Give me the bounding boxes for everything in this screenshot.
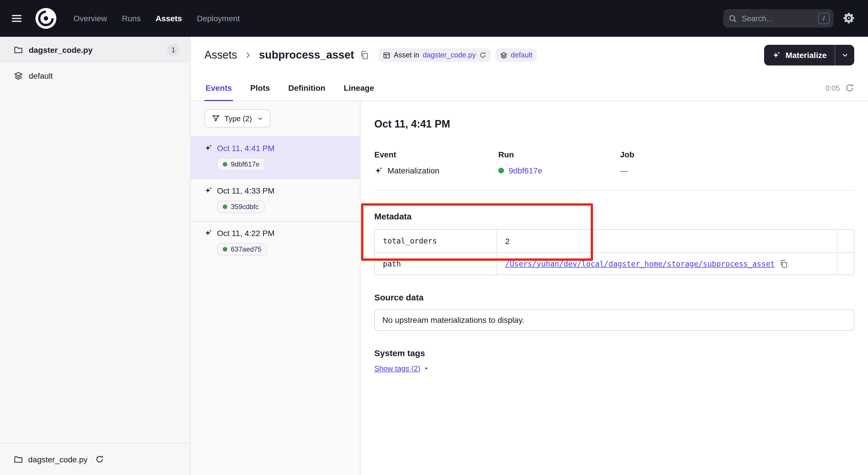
search-placeholder: Search... [742, 14, 773, 23]
run-id-link[interactable]: 9dbf617e [508, 166, 542, 175]
dagster-logo[interactable] [34, 7, 57, 30]
page-title: subprocess_asset [259, 49, 354, 61]
metadata-action-cell [838, 230, 854, 252]
chevron-down-icon [841, 51, 849, 59]
run-badge[interactable]: 9dbf617e [217, 158, 265, 171]
reload-location-icon[interactable] [95, 455, 104, 464]
show-tags-link[interactable]: Show tags (2) [374, 364, 429, 373]
refresh-icon[interactable] [845, 83, 854, 92]
footer-code-location-label: dagster_code.py [28, 455, 88, 464]
event-list-item[interactable]: Oct 11, 4:33 PM 359cdbfc [191, 179, 360, 221]
tab-definition[interactable]: Definition [287, 83, 327, 101]
event-time: Oct 11, 4:41 PM [217, 144, 274, 153]
event-time: Oct 11, 4:33 PM [217, 186, 274, 195]
copy-asset-name-icon[interactable] [360, 51, 369, 60]
metadata-table: total_orders 2 path /Users/yuhan/dev/loc… [374, 229, 854, 275]
app-window: Overview Runs Assets Deployment Search..… [0, 0, 868, 475]
sidebar-item-default-group[interactable]: default [0, 63, 190, 88]
settings-gear-icon[interactable] [843, 12, 856, 25]
tab-plots[interactable]: Plots [249, 83, 271, 101]
job-column-label: Job [620, 150, 634, 159]
metadata-key-cell: path [375, 252, 497, 274]
run-status-dot [223, 162, 227, 167]
copy-path-icon[interactable] [779, 259, 788, 268]
nav-runs[interactable]: Runs [122, 14, 141, 23]
metadata-path-link[interactable]: /Users/yuhan/dev/local/dagster_home/stor… [505, 259, 775, 268]
event-type-filter-button[interactable]: Type (2) [205, 109, 270, 127]
folder-icon [14, 45, 23, 54]
search-shortcut-key: / [818, 12, 830, 24]
materialize-split-button: Materialize [764, 45, 854, 65]
chip-group-link[interactable]: default [511, 51, 532, 59]
hamburger-menu-icon[interactable] [9, 11, 24, 26]
sidebar-group-label: default [29, 71, 53, 80]
event-detail-heading: Oct 11, 4:41 PM [374, 118, 854, 130]
run-status-dot [223, 247, 227, 251]
folder-icon [14, 455, 23, 464]
chip-asset-in-label: Asset in [394, 51, 420, 59]
system-tags-section: System tags Show tags (2) [374, 348, 854, 373]
asset-tags: Asset in dagster_code.py default [378, 48, 537, 62]
run-id: 359cdbfc [231, 203, 259, 211]
source-data-section: Source data No upstream materializations… [374, 292, 854, 331]
metadata-section: Metadata total_orders 2 path /Users/yuha… [374, 211, 854, 275]
source-data-heading: Source data [374, 292, 854, 302]
code-location-chip[interactable]: Asset in dagster_code.py [378, 48, 491, 62]
run-id: 637aed75 [231, 245, 261, 253]
job-icon [383, 51, 391, 59]
metadata-heading: Metadata [374, 211, 854, 221]
chevron-down-icon [256, 115, 264, 122]
filter-label: Type (2) [224, 114, 252, 123]
caret-down-icon [423, 365, 429, 372]
run-badge[interactable]: 637aed75 [217, 243, 267, 256]
materialization-star-icon [205, 187, 212, 195]
nav-assets[interactable]: Assets [156, 14, 182, 23]
job-value: — [620, 166, 628, 175]
materialize-button[interactable]: Materialize [764, 45, 835, 65]
main-panel: Assets subprocess_asset Asset in dagster… [191, 37, 868, 475]
sidebar-item-code-location[interactable]: dagster_code.py 1 [0, 37, 190, 63]
asset-groups-sidebar: dagster_code.py 1 default dagster_code.p… [0, 37, 191, 475]
show-tags-label: Show tags (2) [374, 364, 420, 373]
run-status-dot [498, 168, 504, 174]
divider [374, 190, 854, 191]
sidebar-footer-code-location[interactable]: dagster_code.py [0, 443, 190, 475]
nav-deployment[interactable]: Deployment [197, 14, 240, 23]
search-input[interactable]: Search... / [723, 9, 834, 28]
source-data-empty-message: No upstream materializations to display. [374, 309, 854, 331]
chip-code-location-link[interactable]: dagster_code.py [423, 51, 476, 59]
asset-group-icon [14, 71, 23, 80]
metadata-key-cell: total_orders [375, 230, 497, 252]
event-list-item[interactable]: Oct 11, 4:22 PM 637aed75 [191, 221, 360, 264]
materialize-star-icon [772, 51, 781, 59]
system-tags-heading: System tags [374, 348, 854, 358]
tab-lineage[interactable]: Lineage [342, 83, 375, 101]
run-id: 9dbf617e [231, 160, 259, 168]
materialize-label: Materialize [786, 51, 827, 60]
filter-funnel-icon [212, 114, 220, 122]
event-type-value: Materialization [388, 166, 439, 175]
asset-group-icon [500, 51, 507, 59]
materialize-dropdown-button[interactable] [835, 45, 854, 65]
nav-overview[interactable]: Overview [73, 14, 107, 23]
group-chip[interactable]: default [495, 48, 537, 62]
event-column-label: Event [374, 150, 498, 159]
breadcrumb: Assets subprocess_asset [205, 49, 369, 61]
materialization-star-icon [205, 229, 212, 237]
run-column-label: Run [498, 150, 620, 159]
primary-nav: Overview Runs Assets Deployment [73, 14, 240, 23]
event-detail-panel: Oct 11, 4:41 PM Event Materialization Ru… [361, 101, 868, 475]
materialization-star-icon [205, 144, 212, 152]
asset-tabs: Events Plots Definition Lineage 0:05 [205, 65, 854, 101]
tab-events[interactable]: Events [205, 83, 233, 101]
reload-icon[interactable] [479, 52, 486, 59]
refresh-countdown: 0:05 [825, 84, 840, 92]
asset-page-header: Assets subprocess_asset Asset in dagster… [191, 37, 868, 101]
chevron-right-icon [243, 50, 253, 60]
event-list: Type (2) Oct 11, 4:41 PM 9dbf617e [191, 101, 361, 475]
breadcrumb-assets-link[interactable]: Assets [205, 49, 237, 61]
event-list-item[interactable]: Oct 11, 4:41 PM 9dbf617e [191, 136, 360, 179]
event-time: Oct 11, 4:22 PM [217, 229, 274, 238]
run-badge[interactable]: 359cdbfc [217, 201, 265, 213]
metadata-value-cell: /Users/yuhan/dev/local/dagster_home/stor… [497, 252, 838, 274]
